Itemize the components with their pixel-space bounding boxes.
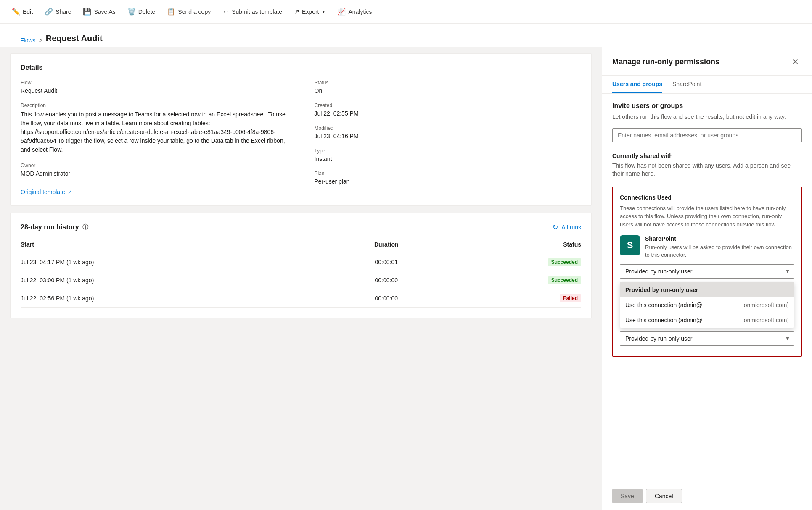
run-table-row[interactable]: Jul 22, 02:56 PM (1 wk ago) 00:00:00 Fai… [21,289,581,308]
external-link-icon: ↗ [68,189,72,195]
run-status: Failed [438,289,581,308]
all-runs-link[interactable]: All runs [561,224,581,231]
panel-footer: Save Cancel [602,482,812,510]
breadcrumb-area: Flows > Request Audit [0,24,812,47]
flow-label: Flow [21,80,288,86]
tab-sharepoint[interactable]: SharePoint [672,76,701,93]
invite-section-desc: Let others run this flow and see the res… [612,113,802,121]
info-icon: ⓘ [82,223,88,231]
right-panel: Manage run-only permissions ✕ Users and … [602,47,812,510]
share-button[interactable]: 🔗 Share [40,4,76,19]
shared-section-title: Currently shared with [612,152,802,159]
dropdown-menu-item-provided[interactable]: Provided by run-only user [620,282,794,297]
run-history-card: 28-day run history ⓘ ↻ All runs Start Du… [10,213,592,318]
flow-detail: Flow Request Audit [21,80,288,94]
run-status: Succeeded [438,253,581,271]
connections-used-box: Connections Used These connections will … [612,187,802,357]
delete-icon: 🗑️ [127,8,136,16]
submit-template-icon: ↔ [222,8,229,16]
details-left-column: Flow Request Audit Description This flow… [21,80,301,195]
run-start: Jul 22, 02:56 PM (1 wk ago) [21,289,335,308]
modified-detail: Modified Jul 23, 04:16 PM [315,125,582,139]
run-table-header: Start Duration Status [21,238,581,253]
run-start: Jul 22, 03:00 PM (1 wk ago) [21,271,335,289]
details-right-column: Status On Created Jul 22, 02:55 PM Modif… [301,80,582,195]
left-content: Details Flow Request Audit Description T… [0,47,602,510]
connector-name: SharePoint [645,235,794,242]
details-title: Details [21,64,581,71]
col-status: Status [438,238,581,253]
connections-desc: These connections will provide the users… [620,204,794,229]
description-value: This flow enables you to post a message … [21,110,288,154]
panel-tabs: Users and groups SharePoint [602,76,812,94]
save-button: Save [612,489,643,503]
refresh-icon[interactable]: ↻ [553,223,558,231]
save-as-icon: 💾 [83,8,91,16]
delete-button[interactable]: 🗑️ Delete [122,4,160,19]
run-start: Jul 23, 04:17 PM (1 wk ago) [21,253,335,271]
submit-template-button[interactable]: ↔ Submit as template [217,5,287,19]
description-label: Description [21,103,288,108]
panel-title: Manage run-only permissions [612,58,719,66]
original-template-link[interactable]: Original template ↗ [21,189,72,195]
edit-button[interactable]: ✏️ Edit [7,4,38,19]
save-as-button[interactable]: 💾 Save As [78,4,120,19]
send-copy-button[interactable]: 📋 Send a copy [162,4,216,19]
panel-body: Invite users or groups Let others run th… [602,94,812,482]
description-detail: Description This flow enables you to pos… [21,103,288,154]
type-detail: Type Instant [315,148,582,162]
invite-section-title: Invite users or groups [612,102,802,110]
breadcrumb-flows-link[interactable]: Flows [20,37,36,44]
run-table-row[interactable]: Jul 23, 04:17 PM (1 wk ago) 00:00:01 Suc… [21,253,581,271]
connector-row: S SharePoint Run-only users will be aske… [620,235,794,259]
dropdown-menu-item-admin1[interactable]: Use this connection (admin@ onmicrosoft.… [620,297,794,313]
dropdown-menu: Provided by run-only user Use this conne… [620,282,794,328]
run-duration: 00:00:01 [335,253,439,271]
run-status: Succeeded [438,271,581,289]
created-label: Created [315,103,582,108]
run-history-title: 28-day run history ⓘ [21,223,88,231]
modified-value: Jul 23, 04:16 PM [315,133,582,139]
send-copy-icon: 📋 [167,8,175,16]
run-history-actions: ↻ All runs [553,223,581,231]
owner-detail: Owner MOD Administrator [21,163,288,177]
status-value: On [315,87,582,94]
plan-label: Plan [315,171,582,176]
connector-info: SharePoint Run-only users will be asked … [645,235,794,259]
dropdown-menu-item-admin2[interactable]: Use this connection (admin@ .onmicrosoft… [620,313,794,328]
breadcrumb-separator: > [39,37,42,44]
created-value: Jul 22, 02:55 PM [315,110,582,117]
connector-dropdown-wrapper: Provided by run-only userUse this connec… [620,264,794,279]
details-grid: Flow Request Audit Description This flow… [21,80,581,195]
close-panel-button[interactable]: ✕ [788,55,802,68]
run-history-table: Start Duration Status Jul 23, 04:17 PM (… [21,238,581,308]
run-history-header: 28-day run history ⓘ ↻ All runs [21,223,581,231]
breadcrumb-current: Request Audit [46,34,103,47]
details-card: Details Flow Request Audit Description T… [10,53,592,206]
panel-header: Manage run-only permissions ✕ [602,47,812,76]
flow-value: Request Audit [21,87,288,94]
owner-label: Owner [21,163,288,168]
cancel-button[interactable]: Cancel [646,489,682,503]
toolbar: ✏️ Edit 🔗 Share 💾 Save As 🗑️ Delete 📋 Se… [0,0,812,24]
type-value: Instant [315,155,582,162]
connector-second-dropdown[interactable]: Provided by run-only user [620,331,794,346]
original-template-link-area: Original template ↗ [21,185,288,195]
col-duration: Duration [335,238,439,253]
export-button[interactable]: ↗ Export ▼ [289,4,331,19]
analytics-icon: 📈 [337,8,346,16]
plan-value: Per-user plan [315,178,582,185]
created-detail: Created Jul 22, 02:55 PM [315,103,582,117]
status-badge: Succeeded [548,276,581,284]
col-start: Start [21,238,335,253]
type-label: Type [315,148,582,154]
connector-dropdown[interactable]: Provided by run-only userUse this connec… [620,264,794,279]
run-table-row[interactable]: Jul 22, 03:00 PM (1 wk ago) 00:00:00 Suc… [21,271,581,289]
connections-title: Connections Used [620,194,794,201]
analytics-button[interactable]: 📈 Analytics [332,4,377,19]
edit-icon: ✏️ [12,8,20,16]
owner-value: MOD Administrator [21,170,288,177]
invite-input[interactable] [612,128,802,142]
run-duration: 00:00:00 [335,289,439,308]
tab-users-groups[interactable]: Users and groups [612,76,662,93]
